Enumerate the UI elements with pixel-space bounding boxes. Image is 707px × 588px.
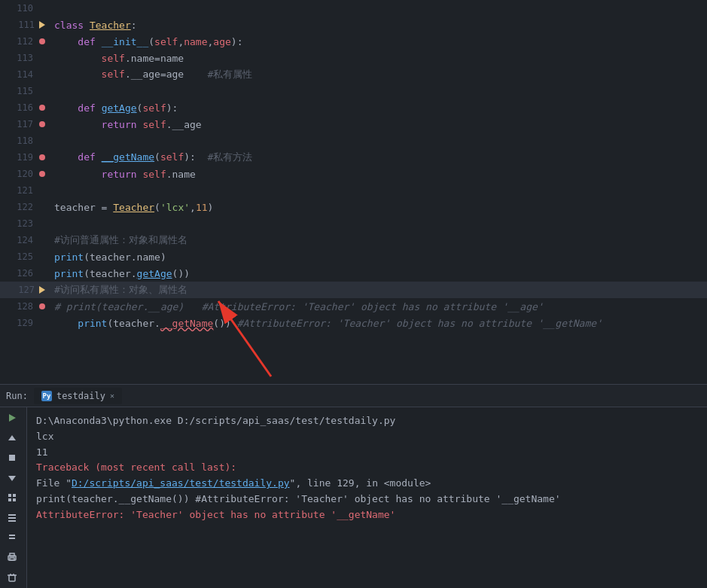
svg-rect-16 (10, 553, 14, 556)
line-number: 113 (17, 53, 36, 63)
code-content: def getAge(self): (51, 102, 707, 114)
output-line-6: AttributeError: 'Teacher' object has no … (36, 507, 698, 523)
run-toolbar (0, 407, 27, 588)
line-number: 122 (17, 202, 36, 212)
rerun-btn[interactable] (3, 530, 21, 545)
run-body: D:\Anaconda3\python.exe D:/scripts/api_s… (0, 407, 707, 588)
line-number: 127 (18, 285, 38, 295)
code-content: return self.name (51, 169, 707, 180)
line-number-area: 117 (0, 119, 51, 129)
code-content: #访问普通属性：对象和属性名 (51, 233, 707, 247)
line-number: 120 (17, 169, 36, 179)
execution-arrow (39, 21, 45, 29)
line-number-area: 111 (0, 20, 51, 30)
code-line-119: 119 def __getName(self): #私有方法 (0, 149, 707, 166)
code-line-125: 125print(teacher.name) (0, 248, 707, 265)
line-number-area: 125 (0, 251, 51, 262)
breakpoint-dot[interactable] (39, 171, 45, 177)
svg-rect-10 (8, 514, 16, 516)
play-btn[interactable] (3, 410, 21, 425)
line-number-area: 110 (0, 3, 51, 14)
line-number: 124 (17, 235, 36, 245)
up-btn[interactable] (3, 430, 21, 445)
line-number: 126 (17, 268, 36, 279)
line-number: 114 (17, 69, 36, 80)
trash-btn[interactable] (3, 570, 21, 585)
line-number: 118 (17, 136, 36, 146)
code-content: print(teacher.getAge()) (51, 268, 707, 279)
line-number: 112 (17, 36, 36, 47)
code-line-111: 111class Teacher: (0, 17, 707, 33)
grid-btn[interactable] (3, 490, 21, 505)
code-content: self.__age=age #私有属性 (51, 68, 707, 81)
python-icon: Py (41, 391, 52, 401)
line-number: 110 (17, 3, 36, 14)
line-number: 111 (18, 20, 38, 30)
run-panel: Run: Py testdaily ✕ (0, 384, 707, 588)
code-line-114: 114 self.__age=age #私有属性 (0, 66, 707, 83)
code-line-124: 124#访问普通属性：对象和属性名 (0, 232, 707, 248)
stop-btn[interactable] (3, 450, 21, 465)
line-number-area: 127 (0, 285, 51, 295)
line-number: 129 (17, 318, 36, 328)
list-btn[interactable] (3, 510, 21, 525)
line-number: 128 (17, 301, 36, 312)
code-line-117: 117 return self.__age (0, 116, 707, 133)
line-number-area: 114 (0, 69, 51, 80)
line-number: 116 (17, 102, 36, 113)
code-line-120: 120 return self.name (0, 166, 707, 182)
editor-area: 110111class Teacher:112 def __init__(sel… (0, 0, 707, 384)
line-number: 117 (17, 119, 36, 129)
code-content: def __getName(self): #私有方法 (51, 151, 707, 164)
line-number-area: 123 (0, 218, 51, 229)
svg-rect-18 (9, 575, 15, 581)
output-line-5: print(teacher.__getName()) #AttributeErr… (36, 492, 698, 507)
svg-rect-11 (8, 517, 16, 519)
breakpoint-dot[interactable] (39, 121, 45, 127)
output-line-3: Traceback (most recent call last): (36, 460, 698, 476)
svg-rect-6 (8, 494, 11, 497)
run-label: Run: (6, 391, 28, 401)
code-line-128: 128# print(teacher.__age) #AttributeErro… (0, 298, 707, 315)
code-content: #访问私有属性：对象、属性名 (51, 283, 707, 297)
print-btn[interactable] (3, 550, 21, 565)
line-number-area: 113 (0, 53, 51, 63)
code-content: print(teacher.name) (51, 251, 707, 263)
breakpoint-dot[interactable] (39, 38, 45, 44)
line-number-area: 115 (0, 86, 51, 96)
svg-marker-3 (8, 435, 16, 440)
output-line-4: File "D:/scripts/api_saas/test/testdaily… (36, 476, 698, 492)
svg-rect-8 (8, 498, 11, 501)
run-tab[interactable]: Py testdaily ✕ (34, 388, 122, 404)
run-output: D:\Anaconda3\python.exe D:/scripts/api_s… (27, 407, 707, 588)
line-number-area: 112 (0, 36, 51, 47)
code-line-113: 113 self.name=name (0, 50, 707, 66)
svg-rect-13 (9, 535, 15, 536)
code-content: def __init__(self,name,age): (51, 36, 707, 47)
svg-rect-9 (13, 498, 16, 501)
line-number: 119 (17, 152, 36, 163)
breakpoint-dot[interactable] (39, 154, 45, 160)
svg-marker-2 (9, 414, 16, 422)
code-line-110: 110 (0, 0, 707, 17)
line-number-area: 128 (0, 301, 51, 312)
svg-rect-7 (13, 494, 16, 497)
line-number-area: 118 (0, 136, 51, 146)
code-line-122: 122teacher = Teacher('lcx',11) (0, 199, 707, 215)
output-line-1: lcx (36, 429, 698, 445)
breakpoint-dot[interactable] (39, 105, 45, 111)
code-line-129: 129 print(teacher.__getName()) #Attribut… (0, 315, 707, 331)
svg-rect-17 (10, 558, 14, 560)
breakpoint-dot[interactable] (39, 303, 45, 309)
code-line-123: 123 (0, 215, 707, 232)
output-file-link[interactable]: D:/scripts/api_saas/test/testdaily.py (72, 477, 290, 489)
down-btn[interactable] (3, 470, 21, 485)
svg-rect-4 (9, 455, 15, 461)
close-tab-btn[interactable]: ✕ (110, 391, 114, 400)
code-lines: 110111class Teacher:112 def __init__(sel… (0, 0, 707, 331)
code-content: print(teacher.__getName()) #AttributeErr… (51, 318, 707, 329)
svg-rect-12 (8, 520, 16, 522)
code-content: self.name=name (51, 53, 707, 64)
code-line-127: 127#访问私有属性：对象、属性名 (0, 282, 707, 298)
code-content: return self.__age (51, 119, 707, 130)
